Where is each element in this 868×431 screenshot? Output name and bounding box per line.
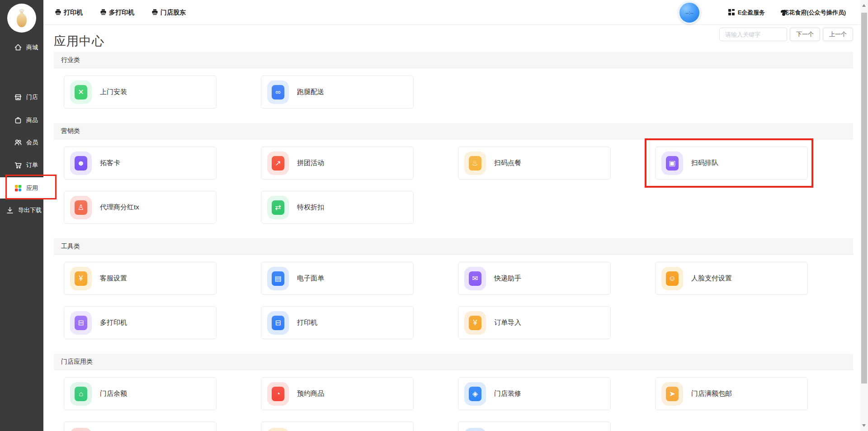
sidebar-item-5[interactable]: 订单 [0,159,43,171]
qr-queue-icon: ▣ [666,156,679,171]
topbar-tab-label: 门店股东 [160,9,186,17]
main-content: 应用中心 下一个 上一个 行业类✕上门安装∞跑腿配送营销类☻拓客卡↗拼团活动♨扫… [43,25,860,431]
delivery-scooter-icon: ∞ [272,85,284,99]
app-card-partial[interactable] [261,422,414,431]
app-tile: ✉ [464,267,486,290]
app-card-门店余额[interactable]: ⌂门店余额 [64,377,217,410]
topbar-tab-2[interactable]: 多打印机 [100,9,134,17]
home-icon [14,43,23,52]
apps-grid-icon [14,184,23,193]
app-tile-partial [267,428,289,431]
scrollbar-thumb[interactable] [861,13,867,384]
app-sections: 行业类✕上门安装∞跑腿配送营销类☻拓客卡↗拼团活动♨扫码点餐▣扫码排队♙代理商分… [54,52,853,431]
sidebar-item-4[interactable]: 会员 [0,137,43,148]
app-label: 代理商分红tx [100,203,139,212]
agent-dividend-icon: ♙ [75,200,87,215]
app-tile: ☺ [661,267,683,290]
section-header: 行业类 [54,52,853,68]
topbar-tab-1[interactable]: 打印机 [55,9,83,17]
sidebar-item-label: 会员 [26,138,38,147]
app-tile: ◈ [464,382,486,406]
search-tools: 下一个 上一个 [719,28,853,41]
section-header: 营销类 [54,123,853,139]
app-center-page: 商城门店商品会员订单应用导出下载 打印机多打印机门店股东 --:-- E企盈服务… [0,0,868,431]
orders-cart-icon [14,161,23,170]
express-helper-icon: ✉ [469,271,481,286]
app-tile-partial [464,428,486,431]
sidebar-item-6[interactable]: 应用 [0,177,57,199]
topbar-tab-3[interactable]: 门店股东 [151,9,186,17]
app-label: 订单导入 [494,318,521,327]
app-card-门店满额包邮[interactable]: ➤门店满额包邮 [655,377,808,410]
discount-swap-icon: ⇄ [272,200,284,215]
app-tile: ♨ [464,152,486,175]
app-card-拼团活动[interactable]: ↗拼团活动 [261,147,414,180]
app-label: 门店余额 [100,389,127,398]
app-card-跑腿配送[interactable]: ∞跑腿配送 [261,76,414,109]
app-tile: ▣ [661,152,683,175]
app-card-扫码排队[interactable]: ▣扫码排队 [655,147,808,180]
app-card-特权折扣[interactable]: ⇄特权折扣 [261,191,414,224]
app-tile: ◔ [267,382,289,406]
app-label: 拓客卡 [100,159,120,167]
service-settings-icon: ¥ [75,271,87,286]
section-header: 工具类 [54,238,853,255]
order-import-icon: ¥ [469,316,481,330]
app-card-订单导入[interactable]: ¥订单导入 [458,306,611,339]
card-row: ⊟多打印机⊟打印机¥订单导入 [54,306,853,339]
app-label: 多打印机 [100,318,127,327]
next-button[interactable]: 下一个 [790,28,820,41]
food-cloche-icon: ♨ [469,156,481,171]
floating-clock-widget[interactable]: --:-- [678,1,701,24]
scroll-up-arrow-icon[interactable] [862,4,866,7]
app-card-客服设置[interactable]: ¥客服设置 [64,262,217,295]
account-entry[interactable]: 花花食府(公众号操作员) [780,9,846,17]
group-buy-icon: ↗ [272,156,284,171]
store-decor-icon: ◈ [469,387,481,401]
app-tile: ☻ [70,152,92,175]
sidebar-item-label: 导出下载 [18,206,42,214]
app-tile: ∞ [267,81,289,104]
app-tile: ¥ [464,311,486,335]
face-pay-icon: ☺ [666,271,679,286]
app-card-快递助手[interactable]: ✉快递助手 [458,262,611,295]
members-icon [14,138,23,147]
app-card-partial[interactable] [458,422,611,431]
sidebar-item-2[interactable]: 门店 [0,91,43,103]
grid-icon [728,9,735,16]
app-card-上门安装[interactable]: ✕上门安装 [64,76,217,109]
app-label: 打印机 [297,318,317,327]
app-card-打印机[interactable]: ⊟打印机 [261,306,414,339]
keyword-search-input[interactable] [719,28,787,41]
page-title: 应用中心 [54,33,104,49]
printer-icon [55,9,61,17]
app-card-扫码点餐[interactable]: ♨扫码点餐 [458,147,611,180]
free-shipping-truck-icon: ➤ [666,387,679,401]
vertical-scrollbar[interactable] [860,0,868,431]
sidebar: 商城门店商品会员订单应用导出下载 [0,0,43,431]
sidebar-item-label: 商品 [26,116,38,124]
sidebar-item-label: 应用 [26,184,38,192]
sidebar-item-1[interactable]: 商城 [0,42,43,53]
topbar: 打印机多打印机门店股东 --:-- E企盈服务花花食府(公众号操作员) [43,0,860,25]
card-row: ✕上门安装∞跑腿配送 [54,76,853,109]
prev-button[interactable]: 上一个 [823,28,853,41]
app-card-电子面单[interactable]: ▤电子面单 [261,262,414,295]
app-card-代理商分红tx[interactable]: ♙代理商分红tx [64,191,217,224]
sidebar-item-3[interactable]: 商品 [0,114,43,126]
app-card-多打印机[interactable]: ⊟多打印机 [64,306,217,339]
merchant-logo[interactable] [7,4,36,33]
sidebar-item-label: 门店 [26,93,38,101]
app-tile: ⌂ [70,382,92,406]
sidebar-item-7[interactable]: 导出下载 [0,204,43,216]
app-card-门店装修[interactable]: ◈门店装修 [458,377,611,410]
app-card-人脸支付设置[interactable]: ☺人脸支付设置 [655,262,808,295]
printer-icon [151,9,158,17]
service-entry[interactable]: E企盈服务 [728,9,765,17]
app-card-拓客卡[interactable]: ☻拓客卡 [64,147,217,180]
section-header: 门店应用类 [54,354,853,370]
app-card-partial[interactable] [64,422,217,431]
app-tile: ➤ [661,382,683,406]
scroll-down-arrow-icon[interactable] [862,424,866,427]
app-card-预约商品[interactable]: ◔预约商品 [261,377,414,410]
